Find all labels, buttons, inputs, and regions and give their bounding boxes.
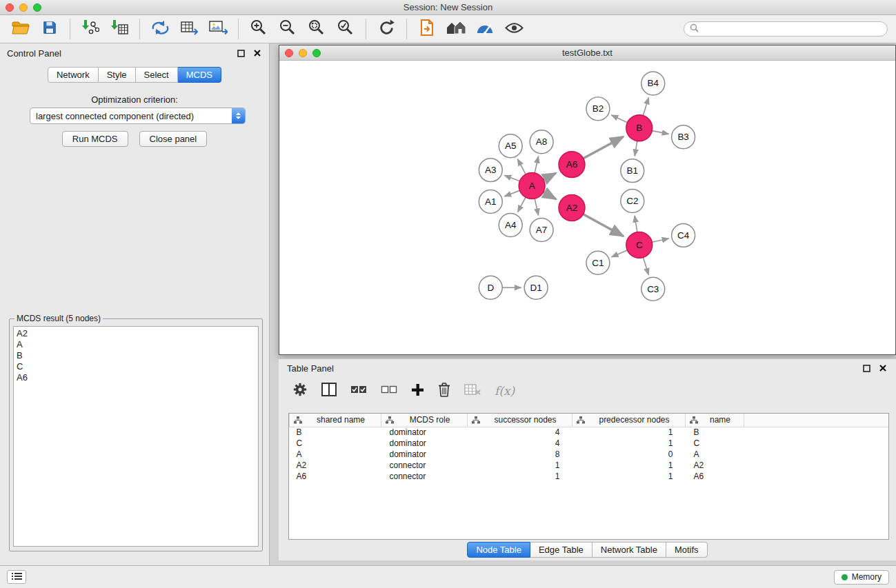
cell-predecessor-nodes[interactable]: 0 (573, 449, 686, 460)
cell-successor-nodes[interactable]: 1 (468, 460, 573, 471)
zoom-selected-button[interactable] (333, 17, 358, 41)
close-window-button[interactable] (6, 3, 14, 12)
control-tab-style[interactable]: Style (99, 67, 136, 83)
graph-node-D1[interactable]: D1 (524, 276, 548, 299)
graph-edge-B-B3[interactable] (652, 131, 668, 134)
column-header-successor-nodes[interactable]: successor nodes (468, 414, 573, 427)
table-settings-button[interactable] (292, 382, 308, 400)
function-builder-button[interactable]: f(x) (495, 384, 515, 398)
network-canvas[interactable]: B4B2BB3A5A8A6B1A3AC2A1A2A4A7C4CC1C3DD1 (279, 61, 895, 354)
graphics-details-button[interactable] (472, 17, 497, 41)
graph-node-C1[interactable]: C1 (586, 251, 610, 274)
network-graph[interactable]: B4B2BB3A5A8A6B1A3AC2A1A2A4A7C4CC1C3DD1 (279, 61, 895, 354)
cell-name[interactable]: A6 (686, 471, 744, 482)
mcds-result-item[interactable]: A (17, 339, 255, 350)
network-window-titlebar[interactable]: testGlobe.txt (279, 45, 895, 61)
delete-column-button[interactable] (438, 382, 450, 400)
graph-edge-C-C1[interactable] (612, 250, 628, 257)
apply-layout-button[interactable] (374, 17, 399, 41)
table-row[interactable]: A2connector11A2 (290, 460, 889, 471)
table-tab-edge-table[interactable]: Edge Table (530, 542, 593, 558)
graph-node-B1[interactable]: B1 (621, 159, 644, 183)
control-tab-mcds[interactable]: MCDS (178, 67, 221, 83)
mcds-result-list[interactable]: A2ABCA6 (13, 326, 259, 547)
cell-predecessor-nodes[interactable]: 1 (573, 427, 686, 438)
mcds-result-item[interactable]: B (17, 350, 255, 361)
open-session-button[interactable] (8, 17, 33, 41)
column-header-predecessor-nodes[interactable]: predecessor nodes (573, 414, 686, 427)
control-tab-network[interactable]: Network (48, 67, 99, 83)
criterion-select[interactable]: largest connected component (directed) (30, 108, 246, 124)
graph-edge-A-A3[interactable] (504, 175, 519, 181)
table-row[interactable]: A6connector11A6 (290, 471, 889, 482)
graph-edge-A-A5[interactable] (517, 159, 526, 174)
zoom-window-button[interactable] (33, 3, 41, 12)
table-row[interactable]: Bdominator41B (290, 427, 889, 438)
open-network-file-button[interactable] (415, 17, 439, 41)
cell-MCDS-role[interactable]: dominator (381, 449, 468, 460)
cell-name[interactable]: C (686, 438, 744, 449)
cell-predecessor-nodes[interactable]: 1 (573, 438, 686, 449)
import-table-button[interactable] (107, 17, 132, 41)
cell-predecessor-nodes[interactable]: 1 (573, 471, 686, 482)
home-button[interactable] (444, 17, 468, 41)
graph-edge-A-A4[interactable] (517, 197, 526, 212)
graph-edge-B-B4[interactable] (643, 97, 648, 115)
graph-node-A4[interactable]: A4 (499, 213, 522, 236)
cell-MCDS-role[interactable]: connector (381, 460, 468, 471)
cell-shared-name[interactable]: C (290, 438, 381, 449)
graph-edge-B-B2[interactable] (611, 115, 627, 123)
graph-node-C[interactable]: C (626, 232, 653, 258)
cell-name[interactable]: A2 (686, 460, 744, 471)
minimize-window-button[interactable] (19, 3, 28, 12)
save-session-button[interactable] (37, 17, 62, 41)
import-network-button[interactable] (78, 17, 103, 41)
graph-node-B2[interactable]: B2 (586, 97, 610, 121)
graph-edge-A-A1[interactable] (504, 190, 519, 196)
close-panel-button-2[interactable]: Close panel (139, 131, 208, 147)
close-panel-button[interactable] (252, 48, 262, 58)
graph-node-D[interactable]: D (479, 276, 502, 299)
column-header-name[interactable]: name (686, 414, 744, 427)
graph-edge-C-C4[interactable] (652, 239, 668, 242)
graph-edge-A2-C[interactable] (584, 214, 624, 236)
table-tab-network-table[interactable]: Network Table (593, 542, 666, 558)
cell-name[interactable]: A (686, 449, 744, 460)
graph-node-C3[interactable]: C3 (641, 277, 665, 301)
select-all-button[interactable] (350, 385, 367, 397)
cell-shared-name[interactable]: A2 (290, 460, 381, 471)
graph-node-A1[interactable]: A1 (479, 190, 502, 214)
table-row[interactable]: Adominator80A (290, 449, 889, 460)
search-input[interactable] (703, 24, 882, 34)
graph-edge-A-A8[interactable] (535, 156, 538, 173)
mcds-result-item[interactable]: A6 (17, 372, 255, 383)
minimize-network-window-button[interactable] (299, 49, 307, 57)
graph-node-A8[interactable]: A8 (530, 130, 553, 154)
show-columns-button[interactable] (321, 383, 337, 399)
cell-shared-name[interactable]: A6 (290, 471, 381, 482)
cell-MCDS-role[interactable]: dominator (381, 438, 468, 449)
graph-edge-C-C3[interactable] (643, 257, 648, 274)
zoom-network-window-button[interactable] (312, 49, 321, 57)
column-header-shared-name[interactable]: shared name (290, 414, 381, 427)
control-tab-select[interactable]: Select (136, 67, 178, 83)
mcds-result-item[interactable]: A2 (17, 328, 255, 339)
graph-edge-C-C2[interactable] (635, 216, 637, 232)
graph-node-B4[interactable]: B4 (641, 72, 665, 95)
graph-edge-A-A6[interactable] (544, 173, 556, 180)
search-box[interactable] (684, 21, 888, 37)
cell-predecessor-nodes[interactable]: 1 (573, 460, 686, 471)
zoom-fit-button[interactable] (304, 17, 329, 41)
task-history-button[interactable] (7, 570, 26, 584)
zoom-in-button[interactable] (246, 17, 271, 41)
graph-edge-A6-B[interactable] (584, 136, 624, 159)
table-row[interactable]: Cdominator41C (290, 438, 889, 449)
deselect-all-button[interactable] (381, 385, 397, 397)
table-tab-node-table[interactable]: Node Table (467, 542, 530, 558)
graph-node-A[interactable]: A (519, 173, 545, 199)
graph-node-C4[interactable]: C4 (672, 223, 695, 247)
show-hide-button[interactable] (501, 17, 526, 41)
graph-node-B[interactable]: B (626, 115, 653, 141)
memory-button[interactable]: Memory (834, 570, 889, 585)
graph-node-A2[interactable]: A2 (559, 195, 585, 221)
